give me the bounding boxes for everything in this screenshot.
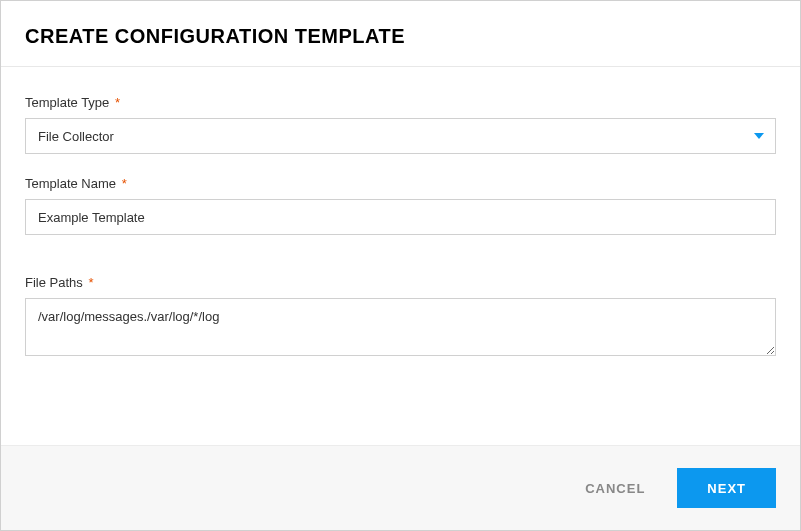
file-paths-group: File Paths * bbox=[25, 275, 776, 360]
required-asterisk: * bbox=[122, 176, 127, 191]
dialog-header: CREATE CONFIGURATION TEMPLATE bbox=[1, 1, 800, 67]
file-paths-textarea[interactable] bbox=[25, 298, 776, 356]
template-type-select[interactable] bbox=[25, 118, 776, 154]
template-name-label: Template Name * bbox=[25, 176, 776, 191]
next-button[interactable]: NEXT bbox=[677, 468, 776, 508]
template-type-label-text: Template Type bbox=[25, 95, 109, 110]
template-type-select-wrap bbox=[25, 118, 776, 154]
cancel-button[interactable]: CANCEL bbox=[581, 473, 649, 504]
dialog-footer: CANCEL NEXT bbox=[1, 445, 800, 530]
required-asterisk: * bbox=[115, 95, 120, 110]
template-name-input[interactable] bbox=[25, 199, 776, 235]
dialog-body: Template Type * Template Name * File Pat… bbox=[1, 67, 800, 406]
template-type-label: Template Type * bbox=[25, 95, 776, 110]
required-asterisk: * bbox=[88, 275, 93, 290]
template-name-label-text: Template Name bbox=[25, 176, 116, 191]
file-paths-label: File Paths * bbox=[25, 275, 776, 290]
file-paths-label-text: File Paths bbox=[25, 275, 83, 290]
template-type-group: Template Type * bbox=[25, 95, 776, 154]
dialog-title: CREATE CONFIGURATION TEMPLATE bbox=[25, 25, 776, 48]
template-name-group: Template Name * bbox=[25, 176, 776, 235]
